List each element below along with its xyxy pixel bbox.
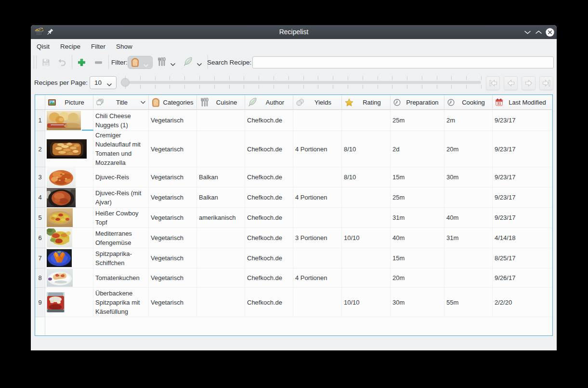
cell-title[interactable]: Tomatenkuchen (93, 268, 149, 288)
cell-yields[interactable] (293, 288, 342, 317)
row-number[interactable]: 5 (35, 208, 45, 228)
cell-cooking[interactable]: 20m (444, 131, 493, 167)
cell-yields[interactable]: 3 Portionen (293, 228, 342, 248)
cell-categories[interactable]: Vegetarisch (149, 228, 197, 248)
cell-title[interactable]: Heißer Cowboy Topf (93, 208, 149, 228)
cell-rating[interactable]: 10/10 (342, 288, 391, 317)
cell-rating[interactable] (342, 208, 391, 228)
next-page-button[interactable] (522, 76, 536, 90)
cell-modified[interactable]: 9/23/17 (493, 187, 552, 208)
titlebar[interactable]: Recipelist (31, 25, 557, 39)
cell-cuisine[interactable] (197, 110, 245, 131)
table-row[interactable]: 8 TomatenkuchenVegetarischChefkoch.de4 P… (35, 268, 552, 288)
categories-filter-dropdown[interactable] (128, 56, 153, 69)
table-row[interactable]: 1 Chili Cheese Nuggets (1)VegetarischChe… (35, 110, 552, 131)
cell-cuisine[interactable]: amerikanisch (197, 208, 245, 228)
cell-picture[interactable] (45, 187, 93, 208)
cell-categories[interactable]: Vegetarisch (149, 167, 197, 187)
slider-groove[interactable] (125, 81, 481, 84)
row-number[interactable]: 2 (35, 131, 45, 167)
cell-title[interactable]: Djuvec-Reis (93, 167, 149, 187)
table-row[interactable]: 4 Djuvec-Reis (mit Ajvar)VegetarischBalk… (35, 187, 552, 208)
author-filter-dropdown[interactable] (183, 57, 202, 67)
column-header-rating[interactable]: Rating (342, 95, 391, 110)
column-header-cuisine[interactable]: Cuisine (197, 95, 245, 110)
row-number[interactable]: 9 (35, 288, 45, 317)
cell-title[interactable]: Cremiger Nudelauflauf mit Tomaten und Mo… (93, 131, 149, 167)
save-button[interactable] (41, 58, 51, 67)
table-row[interactable]: 2 Cremiger Nudelauflauf mit Tomaten und … (35, 131, 552, 167)
cell-cooking[interactable]: 40m (444, 208, 493, 228)
cell-preparation[interactable]: 40m (391, 228, 444, 248)
cell-preparation[interactable]: 15m (391, 167, 444, 187)
column-header-yields[interactable]: Yields (293, 95, 342, 110)
cell-author[interactable]: Chefkoch.de (245, 248, 293, 268)
table-row[interactable]: 5 Heißer Cowboy TopfVegetarischamerikani… (35, 208, 552, 228)
column-header-author[interactable]: Author (245, 95, 293, 110)
cell-preparation[interactable]: 15m (391, 248, 444, 268)
cell-cooking[interactable] (444, 268, 493, 288)
table-row[interactable]: 3 Djuvec-ReisVegetarischBalkanChefkoch.d… (35, 167, 552, 187)
cell-yields[interactable] (293, 208, 342, 228)
cell-cooking[interactable] (444, 248, 493, 268)
cell-categories[interactable]: Vegetarisch (149, 268, 197, 288)
cell-picture[interactable] (45, 288, 93, 317)
cell-cuisine[interactable]: Balkan (197, 187, 245, 208)
remove-recipe-button[interactable] (94, 58, 103, 67)
row-number[interactable]: 8 (35, 268, 45, 288)
search-input[interactable] (252, 56, 554, 68)
cell-modified[interactable]: 9/23/17 (493, 110, 552, 131)
cell-modified[interactable]: 9/26/17 (493, 268, 552, 288)
cell-author[interactable]: Chefkoch.de (245, 268, 293, 288)
cell-picture[interactable] (45, 131, 93, 167)
menu-qisit[interactable]: Qisit (31, 39, 55, 54)
cell-categories[interactable]: Vegetarisch (149, 248, 197, 268)
cell-picture[interactable] (45, 228, 93, 248)
cell-cooking[interactable]: 31m (444, 228, 493, 248)
cell-modified[interactable]: 9/23/17 (493, 131, 552, 167)
cell-yields[interactable]: 4 Portionen (293, 187, 342, 208)
column-header-preparation[interactable]: Preparation (391, 95, 444, 110)
cell-modified[interactable]: 8/25/17 (493, 248, 552, 268)
cell-title[interactable]: Spitzpaprika-Schiffchen (93, 248, 149, 268)
cell-picture[interactable] (45, 268, 93, 288)
menu-filter[interactable]: Filter (86, 39, 111, 54)
menu-show[interactable]: Show (111, 39, 138, 54)
add-recipe-button[interactable] (77, 58, 86, 67)
cell-yields[interactable]: 4 Portionen (293, 131, 342, 167)
close-button[interactable] (545, 25, 555, 39)
cell-categories[interactable]: Vegetarisch (149, 110, 197, 131)
cell-author[interactable]: Chefkoch.de (245, 228, 293, 248)
cell-title[interactable]: Überbackene Spitzpaprika mit Käsefüllung (93, 288, 149, 317)
cell-yields[interactable] (293, 248, 342, 268)
minimize-button[interactable] (523, 25, 532, 39)
row-number[interactable]: 6 (35, 228, 45, 248)
cell-yields[interactable] (293, 167, 342, 187)
cell-yields[interactable] (293, 110, 342, 131)
last-page-button[interactable] (539, 76, 553, 90)
cell-cuisine[interactable] (197, 288, 245, 317)
cell-cooking[interactable]: 30m (444, 167, 493, 187)
cell-rating[interactable] (342, 248, 391, 268)
row-number[interactable]: 7 (35, 248, 45, 268)
cell-preparation[interactable]: 20m (391, 268, 444, 288)
cell-categories[interactable]: Vegetarisch (149, 288, 197, 317)
column-header-categories[interactable]: Categories (149, 95, 197, 110)
cell-author[interactable]: Chefkoch.de (245, 131, 293, 167)
cell-cuisine[interactable] (197, 268, 245, 288)
row-number[interactable]: 3 (35, 167, 45, 187)
cell-rating[interactable] (342, 187, 391, 208)
page-slider[interactable] (31, 71, 557, 94)
column-header-modified[interactable]: 31Last Modified (493, 95, 552, 110)
cell-rating[interactable] (342, 110, 391, 131)
table-row[interactable]: 9 Überbackene Spitzpaprika mit Käsefüllu… (35, 288, 552, 317)
cell-categories[interactable]: Vegetarisch (149, 131, 197, 167)
corner-header-cell[interactable] (35, 95, 45, 110)
column-header-cooking[interactable]: Cooking (444, 95, 493, 110)
previous-page-button[interactable] (504, 76, 518, 90)
cuisine-filter-dropdown[interactable] (157, 57, 176, 67)
cell-cuisine[interactable] (197, 228, 245, 248)
column-header-title[interactable]: Title (93, 95, 149, 110)
cell-rating[interactable]: 8/10 (342, 131, 391, 167)
cell-preparation[interactable]: 30m (391, 288, 444, 317)
